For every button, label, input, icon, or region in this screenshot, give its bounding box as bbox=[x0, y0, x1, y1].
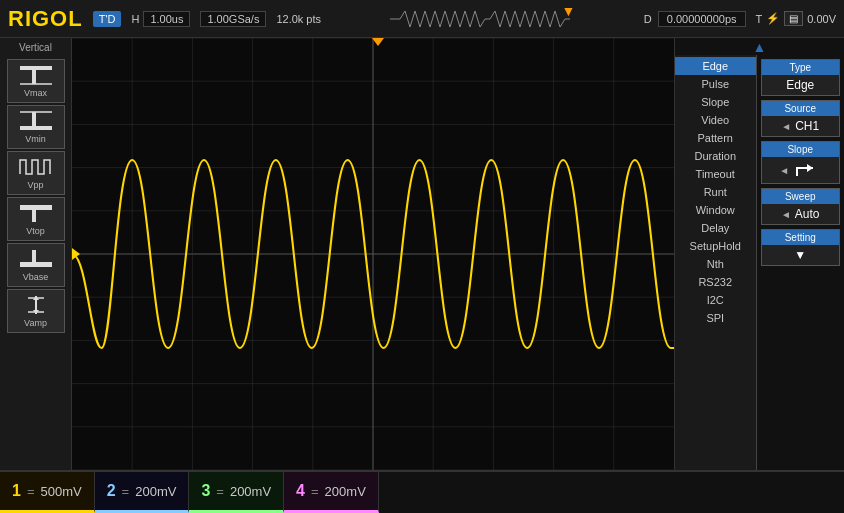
trig-video[interactable]: Video bbox=[675, 111, 756, 129]
vmin-button[interactable]: Vmin bbox=[7, 105, 65, 149]
main-area: Vertical Vmax Vmin Vpp bbox=[0, 38, 844, 470]
ch4-indicator[interactable]: 4 = 200mV bbox=[284, 472, 379, 513]
sweep-setting: Sweep ◄ Auto bbox=[761, 188, 841, 225]
ch1-indicator[interactable]: 1 = 500mV bbox=[0, 472, 95, 513]
trig-slope[interactable]: Slope bbox=[675, 93, 756, 111]
slope-arrow-left[interactable]: ◄ bbox=[779, 165, 789, 176]
ch3-value: 200mV bbox=[230, 484, 271, 499]
trig-rs232[interactable]: RS232 bbox=[675, 273, 756, 291]
vtop-button[interactable]: Vtop bbox=[7, 197, 65, 241]
trigger-arrow-left bbox=[72, 248, 80, 260]
sweep-value[interactable]: ◄ Auto bbox=[762, 204, 840, 224]
ch2-eq: = bbox=[122, 484, 130, 499]
bottom-bar: 1 = 500mV 2 = 200mV 3 = 200mV 4 = 200mV bbox=[0, 470, 844, 513]
svg-rect-9 bbox=[32, 250, 36, 262]
t-icon: T bbox=[756, 13, 763, 25]
scope-svg bbox=[72, 38, 674, 470]
vamp-label: Vamp bbox=[24, 318, 47, 328]
svg-rect-4 bbox=[32, 112, 36, 126]
trig-pattern[interactable]: Pattern bbox=[675, 129, 756, 147]
sweep-arrow-left[interactable]: ◄ bbox=[781, 209, 791, 220]
trigger-settings-col: Type Edge Source ◄ CH1 Slope bbox=[757, 55, 845, 470]
ch2-value: 200mV bbox=[135, 484, 176, 499]
vpp-label: Vpp bbox=[27, 180, 43, 190]
source-value[interactable]: ◄ CH1 bbox=[762, 116, 840, 136]
ch4-number: 4 bbox=[296, 482, 305, 500]
scope-grid bbox=[72, 38, 674, 470]
wave-symbol-area: ▼ bbox=[331, 8, 634, 30]
ch1-value: 500mV bbox=[41, 484, 82, 499]
points-section: 12.0k pts bbox=[276, 13, 321, 25]
right-panel-inner: Edge Pulse Slope Video Pattern Duration … bbox=[675, 55, 844, 470]
vmax-label: Vmax bbox=[24, 88, 47, 98]
ch4-value: 200mV bbox=[325, 484, 366, 499]
trig-duration[interactable]: Duration bbox=[675, 147, 756, 165]
svg-rect-8 bbox=[20, 262, 52, 267]
ch2-indicator[interactable]: 2 = 200mV bbox=[95, 472, 190, 513]
trigger-up-indicator: ▲ bbox=[675, 38, 844, 55]
sidebar-title: Vertical bbox=[19, 42, 52, 53]
timebase-value[interactable]: 1.00us bbox=[143, 11, 190, 27]
setting-group: Setting ▼ bbox=[761, 229, 841, 266]
trig-timeout[interactable]: Timeout bbox=[675, 165, 756, 183]
setting-title: Setting bbox=[762, 230, 840, 245]
trigger-arrow-top bbox=[372, 38, 384, 46]
type-value[interactable]: Edge bbox=[762, 75, 840, 95]
slope-title: Slope bbox=[762, 142, 840, 157]
trigger-type-list: Edge Pulse Slope Video Pattern Duration … bbox=[675, 55, 757, 470]
scope-display bbox=[72, 38, 674, 470]
type-setting: Type Edge bbox=[761, 59, 841, 96]
vpp-button[interactable]: Vpp bbox=[7, 151, 65, 195]
source-setting: Source ◄ CH1 bbox=[761, 100, 841, 137]
source-arrow-left[interactable]: ◄ bbox=[781, 121, 791, 132]
trig-i2c[interactable]: I2C bbox=[675, 291, 756, 309]
ch3-eq: = bbox=[216, 484, 224, 499]
vamp-button[interactable]: Vamp bbox=[7, 289, 65, 333]
trig-nth[interactable]: Nth bbox=[675, 255, 756, 273]
vbase-label: Vbase bbox=[23, 272, 49, 282]
top-right-icons: T ⚡ ▤ 0.00V bbox=[756, 11, 836, 26]
trigger-level: 0.00V bbox=[807, 13, 836, 25]
trigger-section: D 0.00000000ps bbox=[644, 11, 746, 27]
vmax-button[interactable]: Vmax bbox=[7, 59, 65, 103]
ch2-number: 2 bbox=[107, 482, 116, 500]
trig-delay[interactable]: Delay bbox=[675, 219, 756, 237]
vmin-label: Vmin bbox=[25, 134, 46, 144]
logo: RIGOL bbox=[8, 6, 83, 32]
flash-icon: ⚡ bbox=[766, 12, 780, 25]
ch1-eq: = bbox=[27, 484, 35, 499]
samplerate-section: 1.00GSa/s bbox=[200, 11, 266, 27]
slope-value[interactable]: ◄ bbox=[762, 157, 840, 183]
type-title: Type bbox=[762, 60, 840, 75]
vtop-label: Vtop bbox=[26, 226, 45, 236]
trig-spi[interactable]: SPI bbox=[675, 309, 756, 327]
ch3-indicator[interactable]: 3 = 200mV bbox=[189, 472, 284, 513]
ch4-eq: = bbox=[311, 484, 319, 499]
trigger-time: 0.00000000ps bbox=[658, 11, 746, 27]
source-title: Source bbox=[762, 101, 840, 116]
sample-rate: 1.00GSa/s bbox=[200, 11, 266, 27]
mode-badge: T'D bbox=[93, 11, 122, 27]
timebase-label: H bbox=[131, 13, 139, 25]
svg-rect-1 bbox=[32, 70, 36, 84]
battery-icon: ▤ bbox=[784, 11, 803, 26]
ch1-number: 1 bbox=[12, 482, 21, 500]
left-sidebar: Vertical Vmax Vmin Vpp bbox=[0, 38, 72, 470]
trig-edge[interactable]: Edge bbox=[675, 57, 756, 75]
trig-window[interactable]: Window bbox=[675, 201, 756, 219]
timebase-section: H 1.00us bbox=[131, 11, 190, 27]
svg-rect-0 bbox=[20, 66, 52, 70]
vbase-button[interactable]: Vbase bbox=[7, 243, 65, 287]
trig-runt[interactable]: Runt bbox=[675, 183, 756, 201]
setting-value[interactable]: ▼ bbox=[762, 245, 840, 265]
trigger-status: D bbox=[644, 13, 652, 25]
trig-setuphold[interactable]: SetupHold bbox=[675, 237, 756, 255]
trig-pulse[interactable]: Pulse bbox=[675, 75, 756, 93]
top-bar: RIGOL T'D H 1.00us 1.00GSa/s 12.0k pts ▼… bbox=[0, 0, 844, 38]
ch3-number: 3 bbox=[201, 482, 210, 500]
points-value: 12.0k pts bbox=[276, 13, 321, 25]
sweep-title: Sweep bbox=[762, 189, 840, 204]
svg-rect-7 bbox=[32, 210, 36, 222]
svg-rect-6 bbox=[20, 205, 52, 210]
right-panel: ▲ Edge Pulse Slope Video Pattern Duratio… bbox=[674, 38, 844, 470]
